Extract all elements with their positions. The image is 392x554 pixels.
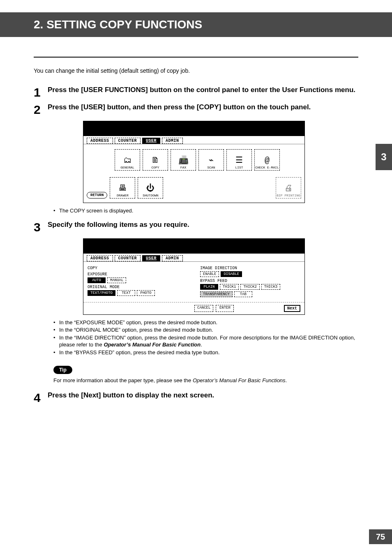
- cancel-button[interactable]: CANCEL: [194, 305, 213, 312]
- page-title: 2. SETTING COPY FUNCTIONS: [0, 12, 392, 37]
- step2-bullet: The COPY screen is displayed.: [53, 207, 358, 215]
- email-icon: @: [265, 157, 270, 165]
- step-1: 1 Press the [USER FUNCTIONS] button on t…: [34, 85, 358, 99]
- step-1-text: Press the [USER FUNCTIONS] button on the…: [48, 85, 355, 95]
- scan-icon: ⌁: [209, 157, 214, 165]
- tab-address[interactable]: ADDRESS: [87, 138, 113, 144]
- scan-button[interactable]: ⌁SCAN: [198, 149, 224, 171]
- textphoto-button[interactable]: TEXT/PHOTO: [88, 290, 115, 296]
- tab2-address[interactable]: ADDRESS: [87, 255, 113, 261]
- step-1-number: 1: [34, 85, 48, 99]
- print-icon: 🖨: [284, 185, 293, 193]
- list-button[interactable]: ☰LIST: [226, 149, 252, 171]
- thick2-button[interactable]: THICK2: [240, 284, 259, 290]
- step-3-number: 3: [34, 220, 48, 233]
- shutdown-button[interactable]: ⏻SHUTDOWN: [138, 177, 163, 199]
- tab2-admin[interactable]: ADMIN: [162, 255, 183, 261]
- step-4-text: Press the [Next] button to display the n…: [48, 391, 214, 400]
- thick1-button[interactable]: THICK1: [220, 284, 239, 290]
- step-3: 3 Specify the following items as you req…: [34, 220, 358, 233]
- tip-badge: Tip: [53, 366, 72, 374]
- next-button[interactable]: Next: [284, 305, 300, 312]
- manual-ref-2: Operator’s Manual For Basic Functions: [193, 377, 286, 383]
- copy-button[interactable]: 🗎COPY: [143, 149, 168, 171]
- step-4: 4 Press the [Next] button to display the…: [34, 391, 358, 404]
- step3-bullet-1: In the “EXPOSURE MODE” option, press the…: [53, 319, 358, 326]
- intro-text: You can change the initial setting (defa…: [34, 57, 358, 74]
- exposure-label: EXPOSURE: [88, 272, 188, 277]
- photo-button[interactable]: PHOTO: [137, 290, 155, 296]
- exposure-manual-button[interactable]: MANUAL: [107, 277, 126, 283]
- tab-button[interactable]: TAB: [234, 291, 252, 297]
- general-button[interactable]: 🗂GENERAL: [115, 149, 140, 171]
- tab-counter[interactable]: COUNTER: [115, 138, 141, 144]
- step-2-number: 2: [34, 103, 48, 116]
- screenshot-copy-settings: ADDRESS COUNTER USER ADMIN COPY EXPOSURE…: [83, 238, 305, 315]
- tab2-counter[interactable]: COUNTER: [115, 255, 141, 261]
- step3-bullet-2: In the “ORIGINAL MODE” option, press the…: [53, 326, 358, 334]
- step-2: 2 Press the [USER] button, and then pres…: [34, 103, 358, 116]
- text-button[interactable]: TEXT: [117, 290, 135, 296]
- bip-printing-button[interactable]: 🖨BIP PRINTING: [276, 177, 301, 199]
- enable-button[interactable]: ENABLE: [200, 271, 219, 277]
- copy-icon: 🗎: [151, 157, 159, 165]
- chapter-tab: 3: [376, 144, 392, 170]
- check-email-button[interactable]: @CHECK E-MAIL: [254, 149, 280, 171]
- fax-button[interactable]: 📠FAX: [171, 149, 196, 171]
- bypass-feed-label: BYPASS FEED: [200, 279, 300, 283]
- list-icon: ☰: [235, 157, 243, 165]
- step-4-number: 4: [34, 391, 48, 404]
- thick3-button[interactable]: THICK3: [261, 284, 280, 290]
- tip-text: For more information about the paper typ…: [53, 377, 358, 383]
- step3-bullet-3: In the “IMAGE DIRECTION” option, press t…: [53, 334, 358, 349]
- fax-icon: 📠: [178, 157, 189, 165]
- page-number: 75: [369, 529, 392, 544]
- disable-button[interactable]: DISABLE: [221, 271, 242, 277]
- step3-bullet-4: In the “BYPASS FEED” option, press the d…: [53, 349, 358, 356]
- tab-admin[interactable]: ADMIN: [162, 138, 183, 144]
- general-icon: 🗂: [123, 157, 131, 165]
- plain-button[interactable]: PLAIN: [200, 284, 218, 290]
- enter-button[interactable]: ENTER: [216, 305, 234, 312]
- screenshot-user-functions: ADDRESS COUNTER USER ADMIN 🗂GENERAL 🗎COP…: [83, 121, 305, 203]
- original-mode-label: ORIGINAL MODE: [88, 285, 188, 289]
- manual-ref-1: Operator’s Manual For Basic Function: [104, 342, 201, 348]
- exposure-auto-button[interactable]: AUTO: [88, 277, 106, 283]
- transparency-button[interactable]: TRANSPARENCY: [200, 291, 233, 297]
- tab2-user[interactable]: USER: [142, 255, 160, 261]
- drawer-button[interactable]: 🖶DRAWER: [110, 177, 135, 199]
- return-button[interactable]: RETURN: [87, 192, 107, 199]
- drawer-icon: 🖶: [118, 185, 127, 193]
- shutdown-icon: ⏻: [146, 185, 154, 193]
- step-2-text: Press the [USER] button, and then press …: [48, 103, 311, 112]
- image-direction-label: IMAGE DIRECTION: [200, 266, 300, 270]
- copy-section-label: COPY: [88, 266, 188, 270]
- step-3-text: Specify the following items as you requi…: [48, 220, 189, 230]
- tab-user[interactable]: USER: [142, 138, 160, 144]
